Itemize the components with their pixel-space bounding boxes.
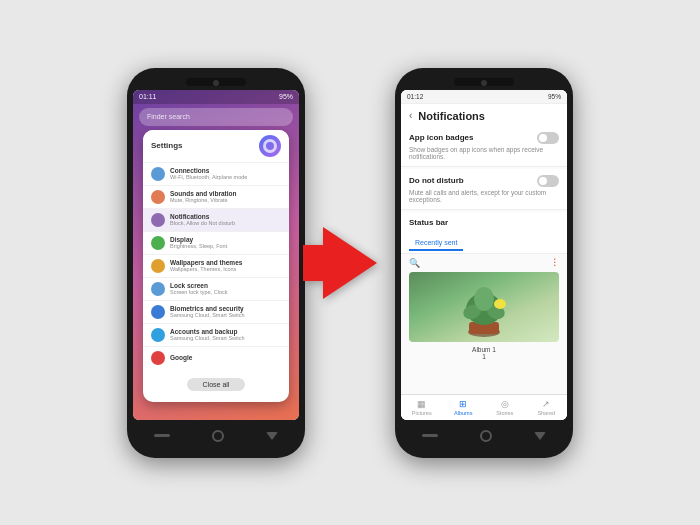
app-icon-badges-toggle[interactable] [537,132,559,144]
plant-icon [454,274,514,339]
shared-tab-icon: ↗ [542,399,550,409]
wallpapers-text: Wallpapers and themes Wallpapers, Themes… [170,259,281,272]
settings-card-header: Settings [143,130,289,162]
sounds-text: Sounds and vibration Mute, Ringtone, Vib… [170,190,281,203]
app-icon-badges-section: App icon badges Show badges on app icons… [401,126,567,167]
pictures-tab-label: Pictures [412,410,432,416]
sounds-icon [151,190,165,204]
nav-back[interactable] [266,432,278,440]
biometrics-text: Biometrics and security Samsung Cloud, S… [170,305,281,318]
settings-item-biometrics[interactable]: Biometrics and security Samsung Cloud, S… [143,300,289,323]
left-phone-screen: 01:11 95% Finder search Settings [133,90,299,420]
left-time: 01:11 [139,93,157,100]
tab-shared[interactable]: ↗ Shared [526,395,568,420]
menu-icon[interactable]: ⋮ [550,258,559,268]
svg-point-6 [494,299,506,309]
do-not-disturb-title: Do not disturb [409,176,464,185]
do-not-disturb-row: Do not disturb [409,175,559,187]
settings-icon [259,135,281,157]
tab-pictures[interactable]: ▦ Pictures [401,395,443,420]
nav-home[interactable] [212,430,224,442]
settings-item-display[interactable]: Display Brightness, Sleep, Font [143,231,289,254]
left-phone: 01:11 95% Finder search Settings [127,68,305,458]
right-battery: 95% [548,93,561,100]
left-battery: 95% [279,93,293,100]
page-title: Notifications [418,110,485,122]
do-not-disturb-toggle[interactable] [537,175,559,187]
settings-item-connections[interactable]: Connections Wi-Fi, Bluetooth, Airplane m… [143,162,289,185]
settings-item-accounts[interactable]: Accounts and backup Samsung Cloud, Smart… [143,323,289,346]
connections-text: Connections Wi-Fi, Bluetooth, Airplane m… [170,167,281,180]
left-status-bar: 01:11 95% [133,90,299,104]
settings-item-wallpapers[interactable]: Wallpapers and themes Wallpapers, Themes… [143,254,289,277]
settings-title: Settings [151,141,183,150]
app-icon-badges-desc: Show badges on app icons when apps recei… [409,146,559,160]
notifications-text: Notifications Block, Allow do Not distur… [170,213,281,226]
back-button[interactable]: ‹ [409,110,412,121]
scene: 01:11 95% Finder search Settings [0,0,700,525]
google-icon [151,351,165,365]
search-icon[interactable]: 🔍 [409,258,420,268]
settings-item-notifications[interactable]: Notifications Block, Allow do Not distur… [143,208,289,231]
left-screen-bg: 01:11 95% Finder search Settings [133,90,299,420]
album-label: Album 1 1 [401,344,567,362]
shared-tab-label: Shared [537,410,555,416]
stories-tab-icon: ◎ [501,399,509,409]
stories-tab-label: Stories [496,410,513,416]
wallpapers-icon [151,259,165,273]
accounts-icon [151,328,165,342]
svg-point-5 [474,287,494,311]
settings-item-google[interactable]: Google [143,346,289,369]
arrow-container [323,227,377,299]
finder-placeholder: Finder search [147,113,190,120]
album-thumbnail[interactable] [409,272,559,342]
connections-icon [151,167,165,181]
status-bar-label: Status bar [409,218,559,227]
settings-icon-inner [263,139,277,153]
bottom-tabs: ▦ Pictures ⊞ Albums ◎ Stories ↗ Shared [401,394,567,420]
do-not-disturb-section: Do not disturb Mute all calls and alerts… [401,169,567,210]
left-nav-bar [133,424,299,448]
pictures-tab-icon: ▦ [417,399,426,409]
lockscreen-text: Lock screen Screen lock type, Clock [170,282,281,295]
right-phone-notch [454,78,514,86]
recently-sent-tab[interactable]: Recently sent [409,236,463,251]
app-icon-badges-row: App icon badges [409,132,559,144]
right-nav-back[interactable] [534,432,546,440]
albums-tab-icon: ⊞ [459,399,467,409]
finder-bar[interactable]: Finder search [139,108,293,126]
app-icon-badges-title: App icon badges [409,133,473,142]
display-icon [151,236,165,250]
do-not-disturb-desc: Mute all calls and alerts, except for yo… [409,189,559,203]
accounts-text: Accounts and backup Samsung Cloud, Smart… [170,328,281,341]
left-phone-notch [186,78,246,86]
album-image [409,272,559,342]
biometrics-icon [151,305,165,319]
recently-sent-row: 🔍 ⋮ [401,254,567,270]
close-all-button[interactable]: Close all [187,378,246,391]
right-nav-home[interactable] [480,430,492,442]
albums-tab-label: Albums [454,410,472,416]
settings-card: Settings Connections Wi-Fi, Bluetooth, A… [143,130,289,402]
status-bar-section: Status bar Recently sent [401,212,567,254]
right-phone: 01:12 95% ‹ Notifications App icon badge… [395,68,573,458]
lockscreen-icon [151,282,165,296]
right-phone-screen: 01:12 95% ‹ Notifications App icon badge… [401,90,567,420]
notifications-icon [151,213,165,227]
tab-stories[interactable]: ◎ Stories [484,395,526,420]
right-nav-bar [401,424,567,448]
google-text: Google [170,354,281,361]
right-screen-content: 01:12 95% ‹ Notifications App icon badge… [401,90,567,420]
direction-arrow [323,227,377,299]
right-nav-recent[interactable] [422,434,438,437]
settings-item-lockscreen[interactable]: Lock screen Screen lock type, Clock [143,277,289,300]
display-text: Display Brightness, Sleep, Font [170,236,281,249]
notifications-header: ‹ Notifications [401,104,567,126]
nav-recent[interactable] [154,434,170,437]
right-time: 01:12 [407,93,423,100]
settings-item-sounds[interactable]: Sounds and vibration Mute, Ringtone, Vib… [143,185,289,208]
tab-albums[interactable]: ⊞ Albums [443,395,485,420]
right-status-bar: 01:12 95% [401,90,567,104]
